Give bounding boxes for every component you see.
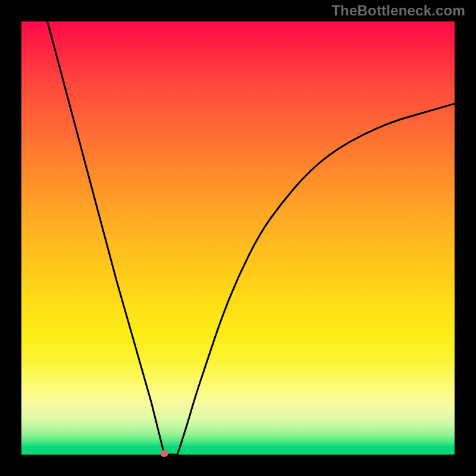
watermark-label: TheBottleneck.com	[331, 2, 465, 19]
minimum-marker	[160, 450, 168, 457]
bottleneck-curve	[21, 21, 455, 455]
chart-frame: TheBottleneck.com	[0, 0, 476, 476]
curve-path	[48, 21, 455, 455]
